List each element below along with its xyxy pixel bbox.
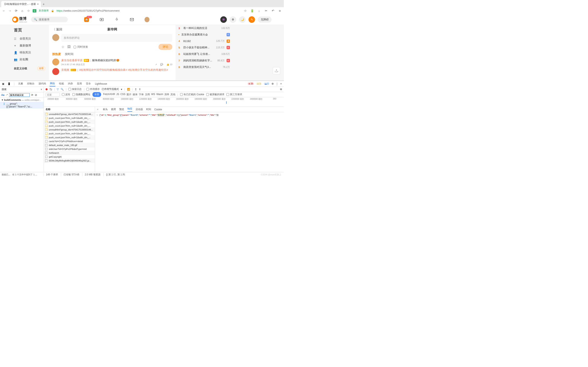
- comment-user[interactable]: 京视频: [61, 68, 69, 72]
- hot-item[interactable]: 8南昌突发强对流天气3...76.2万: [178, 64, 231, 70]
- like-button[interactable]: 👍 10: [166, 63, 172, 66]
- device-icon[interactable]: 📱: [8, 82, 11, 85]
- search-result-file[interactable]: ▼ buildComments — weibo.com/ajax/...: [0, 98, 44, 102]
- search-input[interactable]: [9, 93, 30, 97]
- upload-icon[interactable]: ↥: [135, 88, 137, 91]
- bookmark-icon[interactable]: ☆: [26, 9, 30, 13]
- search-box[interactable]: 🔍: [31, 17, 68, 22]
- filter-type[interactable]: Fetch/XHR: [103, 93, 115, 96]
- close-icon[interactable]: ×: [280, 82, 282, 85]
- hide-data-checkbox[interactable]: 隐藏数据网址: [72, 93, 90, 96]
- request-row[interactable]: push_count.json?trim_null=1&with_dm_...: [44, 136, 95, 140]
- resp-tab-cookies[interactable]: Cookie: [154, 108, 162, 111]
- avatar[interactable]: [52, 58, 59, 66]
- resp-tab-initiator[interactable]: 启动器: [136, 108, 143, 111]
- home-nav-icon[interactable]: 🏠NEW: [84, 17, 89, 22]
- request-row[interactable]: cards?id=O7pPo1Ptb&from=detail: [44, 140, 95, 143]
- gear-icon[interactable]: ⚙: [230, 16, 236, 23]
- publish-button[interactable]: 评论: [158, 44, 172, 50]
- filter-type[interactable]: 清单: [164, 93, 169, 96]
- hot-item[interactable]: 7妈妈澄清欧阳娣娣名字...95.9万新: [178, 57, 231, 64]
- refresh-icon[interactable]: ⟳: [31, 94, 33, 96]
- video-nav-icon[interactable]: [99, 17, 104, 22]
- accessibility-button[interactable]: 无障碍: [258, 17, 272, 23]
- new-tab-button[interactable]: +: [41, 1, 47, 7]
- tab-performance[interactable]: 性能: [59, 81, 64, 86]
- back-to-top-button[interactable]: ▲TOP: [273, 67, 280, 75]
- close-icon[interactable]: ×: [97, 108, 98, 111]
- filter-icon[interactable]: ▽: [57, 88, 59, 91]
- star-icon[interactable]: ☆: [243, 9, 247, 13]
- back-button[interactable]: 〈返回: [52, 27, 62, 31]
- resp-tab-response[interactable]: 响应: [127, 107, 132, 112]
- moon-icon[interactable]: 🌙: [239, 16, 246, 23]
- request-row[interactable]: sideUser?id=O7pPo1Ptb&idType=mid: [44, 147, 95, 151]
- filter-type[interactable]: 其他: [171, 93, 175, 96]
- wifi-icon[interactable]: 📶: [127, 88, 130, 91]
- comment-user[interactable]: 麦当当在逃香芋派: [61, 58, 82, 62]
- name-header[interactable]: 名称: [44, 107, 95, 112]
- repost-checkbox[interactable]: 同时转发: [73, 45, 88, 49]
- request-row[interactable]: unreadHint?group_ids=475417518093144...: [44, 128, 95, 132]
- filter-type[interactable]: 图片: [127, 93, 131, 96]
- filter-all[interactable]: 全部: [93, 92, 101, 97]
- request-row[interactable]: push_count.json?trim_null=1&with_dm_...: [44, 120, 95, 124]
- hot-item[interactable]: 京东举办首届离谱大会商: [178, 31, 231, 38]
- error-count[interactable]: ⊘ 25: [247, 82, 254, 85]
- filter-type[interactable]: JS: [116, 93, 119, 96]
- hot-item[interactable]: 481192120.7万沸: [178, 38, 231, 44]
- weibo-logo[interactable]: 微博 weibo.com: [12, 16, 27, 23]
- sort-hot[interactable]: 按热度: [52, 52, 61, 56]
- thirdparty-checkbox[interactable]: 第三方请求: [226, 93, 242, 96]
- avatar[interactable]: [52, 68, 59, 75]
- sort-time[interactable]: 按时间: [65, 52, 73, 56]
- warning-count[interactable]: ⚠ 1: [256, 82, 261, 85]
- search-icon[interactable]: 🔍: [61, 88, 64, 91]
- gear-icon[interactable]: ⚙: [280, 88, 282, 91]
- request-row[interactable]: hotSearch: [44, 151, 95, 155]
- resp-tab-payload[interactable]: 载荷: [111, 108, 116, 111]
- tab-elements[interactable]: 元素: [18, 81, 24, 86]
- close-icon[interactable]: ×: [37, 2, 39, 6]
- tab-security[interactable]: 安全: [86, 81, 91, 86]
- url[interactable]: https://weibo.com/2810373291/O7pPo1Ptb#c…: [57, 9, 120, 12]
- filter-type[interactable]: WS: [151, 93, 155, 96]
- request-row[interactable]: getCopyright: [44, 155, 95, 159]
- hot-item[interactable]: 5扔小孩女子疑似精神...115.3万新: [178, 44, 231, 51]
- request-row[interactable]: unreadHint?group_ids=475417518093144...: [44, 112, 95, 116]
- tab-console[interactable]: 控制台: [27, 81, 35, 86]
- resp-tab-timing[interactable]: 时间: [146, 108, 151, 111]
- request-row[interactable]: push_count.json?trim_null=1&with_dm_...: [44, 116, 95, 120]
- avatar-nav[interactable]: [145, 17, 149, 22]
- disable-cache-checkbox[interactable]: 停用缓存: [86, 87, 100, 91]
- gear-icon[interactable]: ⚙: [272, 82, 274, 85]
- image-icon[interactable]: 🖼: [67, 45, 71, 49]
- filter-type[interactable]: 媒体: [133, 93, 138, 96]
- search-match-row[interactable]: 1 ..._group":[{"param":"flow=0","sc...: [0, 102, 44, 108]
- manage-button[interactable]: 管理: [37, 66, 45, 71]
- more-icon[interactable]: ⋮: [276, 82, 278, 85]
- inspect-icon[interactable]: ▣: [2, 82, 4, 85]
- timeline[interactable]: 200000 毫秒400000 毫秒600000 毫秒800000 毫秒1000…: [44, 97, 284, 107]
- sidebar-item-all[interactable]: ☰全部关注: [12, 35, 47, 42]
- download-icon[interactable]: ↧: [139, 88, 141, 91]
- case-toggle[interactable]: Aa: [1, 94, 4, 96]
- sidebar-item-friends[interactable]: 👥好友圈: [12, 56, 47, 63]
- throttle-dropdown[interactable]: 已停用节流模式: [102, 87, 119, 91]
- filter-type[interactable]: 字体: [139, 93, 144, 96]
- resp-tab-preview[interactable]: 预览: [119, 108, 124, 111]
- back-icon[interactable]: ←: [2, 9, 6, 13]
- compose-icon[interactable]: ✎: [249, 16, 255, 23]
- forward-icon[interactable]: →: [8, 9, 12, 13]
- message-count[interactable]: ▬ 1: [264, 82, 269, 85]
- home-icon[interactable]: ⌂: [20, 9, 24, 13]
- filter-type[interactable]: CSS: [121, 93, 126, 96]
- reply-icon[interactable]: 💬: [160, 63, 163, 66]
- blocked-cookie-checkbox[interactable]: 有已拦截的 Cookie: [180, 93, 204, 96]
- menu-icon[interactable]: ≡: [278, 9, 282, 13]
- request-row[interactable]: 0034c2ttly8h8vg8d8h2ij6046046q2t02.jp...: [44, 159, 95, 163]
- close-icon[interactable]: ×: [41, 88, 42, 91]
- filter-type[interactable]: Wasm: [156, 93, 163, 96]
- sidebar-item-special[interactable]: 👤特别关注: [12, 49, 47, 56]
- resp-tab-headers[interactable]: 标头: [103, 108, 108, 111]
